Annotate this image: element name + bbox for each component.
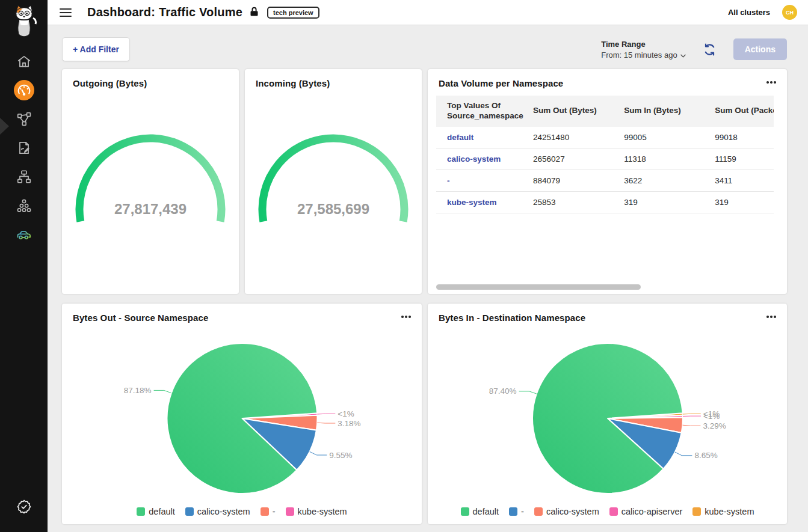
value-cell: 3411: [710, 170, 774, 191]
refresh-icon[interactable]: [702, 41, 718, 58]
legend-label: default: [473, 507, 499, 516]
actions-button[interactable]: Actions: [733, 38, 787, 60]
sidebar-item-dashboards-active[interactable]: [0, 77, 48, 106]
namespace-link[interactable]: calico-system: [447, 154, 501, 164]
column-header[interactable]: Sum Out (Packet: [710, 96, 774, 127]
tech-preview-badge: tech preview: [267, 7, 319, 19]
legend-item-default[interactable]: default: [137, 507, 175, 516]
calico-cat-logo[interactable]: [9, 4, 39, 42]
legend-item-kube-system[interactable]: kube-system: [286, 507, 347, 516]
value-cell: 24251480: [528, 127, 619, 148]
pie-label: 87.40%: [489, 387, 517, 396]
value-cell: 319: [619, 191, 710, 213]
time-range-selector[interactable]: Time Range From: 15 minutes ago: [601, 40, 685, 60]
column-header[interactable]: Sum Out (Bytes): [528, 96, 619, 127]
pie-label: 8.65%: [694, 451, 717, 460]
legend-label: -: [273, 507, 276, 516]
legend-label: calico-apiserver: [621, 507, 683, 516]
policy-report-icon: [16, 140, 32, 158]
value-cell: 11318: [619, 148, 710, 170]
pie-label-line: [310, 451, 327, 455]
user-avatar[interactable]: CH: [782, 5, 797, 20]
cards-row-2: Bytes Out - Source Namespace 87.18%9.55%…: [62, 304, 787, 524]
sidebar-item-policies[interactable]: [0, 135, 48, 164]
pie-label: <1%: [338, 409, 354, 418]
cluster-scope-selector[interactable]: All clusters: [728, 8, 770, 17]
sidebar-item-home[interactable]: [0, 48, 48, 77]
value-cell: 99005: [619, 127, 710, 148]
menu-hamburger-icon[interactable]: [57, 5, 74, 20]
bytes-in-legend: default-calico-systemcalico-apiserverkub…: [428, 507, 787, 516]
card-incoming-bytes: Incoming (Bytes) 27,585,699: [245, 69, 422, 294]
namespace-table: Top Values Of Source_namespaceSum Out (B…: [436, 96, 774, 213]
legend-item-calico-system[interactable]: calico-system: [534, 507, 599, 516]
more-options-icon[interactable]: [765, 79, 777, 86]
namespace-link[interactable]: kube-system: [447, 198, 497, 207]
outgoing-gauge-chart: 27,817,439: [62, 112, 239, 245]
legend-swatch: [461, 507, 469, 516]
sidebar-item-verified[interactable]: [0, 494, 48, 522]
card-title: Data Volume per Namespace: [428, 69, 787, 88]
card-title: Incoming (Bytes): [245, 69, 422, 88]
gauge-value: 27,817,439: [114, 201, 187, 217]
card-bytes-out-pie: Bytes Out - Source Namespace 87.18%9.55%…: [62, 304, 422, 524]
pie-label: 3.18%: [338, 419, 360, 428]
legend-item-calico-apiserver[interactable]: calico-apiserver: [609, 507, 683, 516]
bytes-in-pie-chart: 87.40%8.65%3.29%<1%<1%: [428, 326, 787, 510]
value-cell: 11159: [710, 148, 774, 170]
table-row: kube-system25853319319: [436, 191, 774, 213]
bytes-out-pie-chart: 87.18%9.55%3.18%<1%: [62, 326, 422, 510]
namespace-link[interactable]: default: [447, 133, 473, 142]
legend-swatch: [609, 507, 618, 516]
legend-swatch: [286, 507, 294, 516]
dashboard-content: + Add Filter Time Range From: 15 minutes…: [48, 25, 808, 532]
legend-swatch: [509, 507, 517, 516]
sidebar-item-workloads[interactable]: [0, 192, 48, 221]
pie-label: 3.29%: [703, 421, 726, 430]
namespace-link[interactable]: -: [447, 176, 450, 185]
value-cell: 25853: [528, 191, 619, 213]
column-header[interactable]: Sum In (Bytes): [619, 96, 710, 127]
more-options-icon[interactable]: [765, 313, 777, 320]
horizontal-scrollbar[interactable]: [436, 284, 777, 290]
table-row: -88407936223411: [436, 170, 774, 191]
add-filter-button[interactable]: + Add Filter: [62, 37, 130, 61]
value-cell: 2656027: [528, 148, 619, 170]
pie-label: 87.18%: [124, 386, 152, 395]
sidebar-notch: [0, 118, 9, 135]
namespace-table-container: Top Values Of Source_namespaceSum Out (B…: [436, 96, 774, 281]
legend-label: default: [149, 507, 175, 516]
card-title: Bytes In - Destination Namespace: [428, 304, 787, 323]
legend-item-default[interactable]: default: [461, 507, 499, 516]
legend-item-calico-system[interactable]: calico-system: [185, 507, 250, 516]
sidebar-item-network[interactable]: [0, 164, 48, 192]
legend-label: kube-system: [298, 507, 347, 516]
column-header[interactable]: Top Values Of Source_namespace: [436, 96, 528, 127]
namespace-cell: kube-system: [436, 191, 528, 213]
legend-label: calico-system: [546, 507, 599, 516]
sidebar-item-turbo[interactable]: [0, 221, 48, 250]
legend-item-kube-system[interactable]: kube-system: [692, 507, 754, 516]
namespace-cell: default: [436, 127, 528, 148]
pie-label-line: [317, 423, 335, 423]
value-cell: 3622: [619, 170, 710, 191]
value-cell: 99018: [710, 127, 774, 148]
legend-item--[interactable]: -: [509, 507, 524, 516]
lock-icon: [250, 7, 259, 19]
pie-label: 9.55%: [329, 451, 352, 460]
legend-swatch: [185, 507, 194, 516]
legend-item--[interactable]: -: [261, 507, 276, 516]
legend-label: -: [521, 507, 524, 516]
pie-label-line: [675, 452, 692, 456]
value-cell: 884079: [528, 170, 619, 191]
card-data-volume-table: Data Volume per Namespace Top Values Of …: [428, 69, 787, 294]
legend-swatch: [692, 507, 701, 516]
more-options-icon[interactable]: [400, 313, 412, 320]
namespace-cell: calico-system: [436, 148, 528, 170]
gauge-icon: [13, 79, 35, 104]
horizontal-scrollbar-thumb[interactable]: [436, 284, 641, 290]
cluster-balls-icon: [16, 198, 32, 216]
app-root: Dashboard: Traffic Volume tech preview A…: [0, 0, 808, 532]
time-range-value: From: 15 minutes ago: [601, 50, 677, 60]
sidebar: [0, 0, 48, 532]
